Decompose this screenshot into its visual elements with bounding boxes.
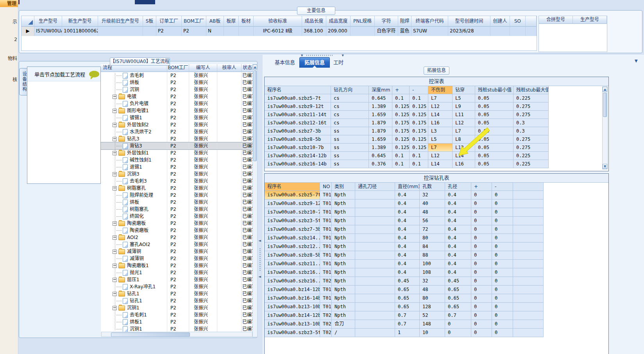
tree-row[interactable]: 去毛刺P2张振兴已编写 — [101, 72, 252, 79]
splitter-collapse-icon[interactable]: ◄ — [258, 239, 261, 243]
table-column-header[interactable]: 孔数 — [420, 183, 445, 191]
table-column-header[interactable]: 不伤到 — [428, 86, 453, 94]
tree-row[interactable]: 陶瓷磨板P2张振兴已编写 — [101, 220, 252, 227]
tree-row[interactable]: 外层蚀刻1P2张振兴已编写 — [101, 149, 252, 156]
tree-row[interactable]: AOI2P2张振兴已编写 — [101, 234, 252, 241]
tree-vscroll-up-button[interactable]: ▲ — [253, 65, 257, 70]
sidebar-item[interactable]: 示 — [0, 18, 17, 25]
table-column-header[interactable]: 深度mm — [369, 86, 392, 94]
table-column-header[interactable]: 钻孔方向 — [331, 86, 369, 94]
tree-row[interactable]: 钻孔1P2张振兴已编写 — [101, 290, 252, 297]
table-row[interactable]: is7uw00ua0.szbz12...T01Npth0.4840.400 — [265, 243, 608, 251]
tree-row[interactable]: 退锡1P2张振兴已编写 — [101, 164, 252, 171]
tree-row[interactable]: 陶瓷磨板P2张振兴已编写 — [101, 227, 252, 234]
column-header[interactable]: 终端客户代码 — [411, 16, 448, 27]
table-column-header[interactable]: NO — [320, 183, 332, 191]
tree-row[interactable]: 减薄铜P2张振兴已编写 — [101, 248, 252, 255]
table-column-header[interactable]: + — [392, 86, 410, 94]
table-row[interactable]: is7uw00ua0.szbz16...T01Npth0.41080.400 — [265, 268, 608, 277]
table-row[interactable]: is7uw00ua0.bz14-12bT02Npth0.7520.700 — [265, 311, 608, 320]
table-row[interactable]: is7uw00ua0.szbz5-7tT01Npth0.4320.400 — [265, 191, 608, 199]
tree-row[interactable]: 终固化P2张振兴已编写 — [101, 213, 252, 220]
table-column-header[interactable]: - — [492, 183, 513, 191]
column-header[interactable]: 成品宽度 — [326, 16, 351, 27]
table-column-header[interactable]: 孔径 — [445, 183, 471, 191]
tree-vscroll-thumb[interactable] — [253, 70, 257, 161]
column-header[interactable]: 订单工厂 — [156, 16, 182, 27]
tree-row[interactable]: 树脂塞孔P2张振兴已编写 — [101, 185, 252, 192]
merge-column-header[interactable]: 生产型号 — [573, 16, 607, 24]
table-column-header[interactable]: 直径(mm) — [395, 183, 420, 191]
tree-row[interactable]: 烘板P2张振兴已编写 — [101, 79, 252, 86]
table-row[interactable]: is7uw00ua0.bz16-14bT01Npth0.65800.6500 — [265, 294, 608, 303]
tree-row[interactable]: 抛光1P2张振兴已编写 — [101, 269, 252, 276]
column-header[interactable]: 创建人 — [490, 16, 510, 27]
main-grid-data-row[interactable]: ▶IS7UW00UA010011800006256P2P2NIPC-6012 Ⅱ… — [21, 27, 537, 36]
tree-row[interactable]: 阻焊前处理P2张振兴已编写 — [101, 192, 252, 199]
column-header[interactable]: 板厚 — [224, 16, 239, 27]
table-column-header[interactable]: + — [471, 183, 492, 191]
table-row[interactable]: is7uw00ua0.szbz9-12tcs1.3890.1250.125L12… — [265, 102, 608, 111]
tree-row[interactable]: 钻孔3P2张振兴已编写 — [101, 135, 252, 142]
table-row[interactable]: is7uw00ua0.szbz3-5tT01Npth0.4560.400 — [265, 217, 608, 225]
table-row[interactable]: is7uw00ua0.szbz7-3bT01Npth0.4720.400 — [265, 225, 608, 234]
table-row[interactable]: is7uw00ua0.szbz10-7bT01Npth0.4480.400 — [265, 208, 608, 217]
table-row[interactable]: is7uw00ua0.szbz5-7tcs0.6450.10.1L7L50.05… — [265, 94, 608, 102]
tree-row[interactable]: X-Ray冲孔1P2张振兴已编写 — [101, 283, 252, 290]
column-header[interactable]: 生产型号 — [34, 16, 62, 27]
sidebar-item[interactable]: 核 — [0, 76, 17, 83]
splitter-collapse-icon[interactable]: ◄ — [258, 275, 261, 279]
column-header[interactable]: BOM工厂 — [182, 16, 206, 27]
sidebar-header[interactable]: 管理 — [0, 0, 18, 7]
table-row[interactable]: is7uw00ua0.szbz16-14bss0.3760.10.1L14L16… — [265, 160, 608, 168]
column-header[interactable]: 验收标准 — [254, 16, 302, 27]
table-row[interactable]: is7uw00ua0.szbz14...T01Npth0.4800.400 — [265, 234, 608, 243]
tab-device-structure[interactable]: 设备结构 — [19, 68, 27, 95]
column-header[interactable]: SO — [510, 16, 526, 27]
depth-vscroll-up-button[interactable]: ▲ — [603, 87, 607, 92]
tree-column-header[interactable]: 编写人 — [189, 64, 217, 72]
column-header[interactable]: 升级前旧生产型号 — [98, 16, 143, 27]
table-column-header[interactable] — [513, 183, 544, 191]
tree-row[interactable]: 图形电镀1P2张振兴已编写 — [101, 107, 252, 114]
tree-row[interactable]: 钻孔1P2张振兴已编写 — [101, 297, 252, 304]
tree-row[interactable]: 背钻3P2张振兴已编写 — [101, 142, 252, 149]
tree-row[interactable]: 去毛刺1P2张振兴已编写 — [101, 311, 252, 318]
tree-column-header[interactable]: BOM工厂 — [167, 64, 189, 72]
tree-vscrollbar[interactable]: ▲ — [252, 64, 258, 337]
column-header[interactable]: S板 — [143, 16, 156, 27]
table-row[interactable]: is7uw00ua0.szbz9-12tT01Npth0.4400.400 — [265, 199, 608, 208]
tree-row[interactable]: 塞孔AOI2P2张振兴已编写 — [101, 241, 252, 248]
tree-row[interactable]: 减薄铜P2张振兴已编写 — [101, 255, 252, 262]
tree-row[interactable]: 外层蚀刻2P2张振兴已编写 — [101, 121, 252, 128]
table-row[interactable]: is7uw00ua0.bz13-10bT01Npth0.651280.6500 — [265, 303, 608, 311]
table-column-header[interactable]: 程序名 — [265, 86, 331, 94]
table-row[interactable]: is7uw00ua0.szbz14-12bss0.6450.10.1L12L14… — [265, 152, 608, 160]
column-header[interactable]: 新生产型号 — [62, 16, 98, 27]
tree-row[interactable]: 沉铜P2张振兴已编写 — [101, 86, 252, 93]
table-column-header[interactable]: 通孔刀径 — [355, 183, 395, 191]
column-header[interactable]: 字符 — [375, 16, 398, 27]
row-selector-cell[interactable]: ▶ — [21, 27, 34, 36]
tree-row[interactable]: 碱性蚀刻1P2张振兴已编写 — [101, 156, 252, 164]
tree-column-header[interactable]: 核审人 — [217, 64, 242, 72]
merge-column-header[interactable]: 合拼型号 — [539, 16, 573, 24]
tree-row[interactable]: 层压1P2张振兴已编写 — [101, 276, 252, 283]
column-header[interactable] — [526, 16, 537, 27]
table-row[interactable]: is7uw00ua0.szbz16...T02Npth0.45320.4500 — [265, 277, 608, 286]
tree-hscroll-thumb[interactable] — [111, 332, 190, 337]
sidebar-item[interactable]: 2 — [0, 37, 17, 42]
tree-row[interactable]: 树脂塞孔P2张振兴已编写 — [101, 206, 252, 213]
table-row[interactable]: is7uw00ua0.szbz11-14tcs1.6590.1250.125L1… — [265, 111, 608, 119]
tree-row[interactable]: 陶瓷磨板1P2张振兴已编写 — [101, 262, 252, 269]
table-column-header[interactable]: 类别 — [332, 183, 355, 191]
column-header[interactable]: 型号创建时间 — [448, 16, 490, 27]
depth-vscroll-thumb[interactable] — [603, 93, 607, 117]
column-header[interactable]: 成品长度 — [302, 16, 326, 27]
table-row[interactable]: is7uw00ua0.bz14-12bT01Npth0.65480.6500 — [265, 286, 608, 294]
tree-row[interactable]: 镀锡1P2张振兴已编写 — [101, 114, 252, 121]
tree-row[interactable]: 水洗烘干2P2张振兴已编写 — [101, 128, 252, 135]
table-row[interactable]: is7uw00ua0.szbz7-3bss1.8790.1750.175L3L7… — [265, 127, 608, 135]
table-column-header[interactable]: 钻穿 — [453, 86, 475, 94]
table-column-header[interactable]: 残桩stub最大值 — [513, 86, 549, 94]
